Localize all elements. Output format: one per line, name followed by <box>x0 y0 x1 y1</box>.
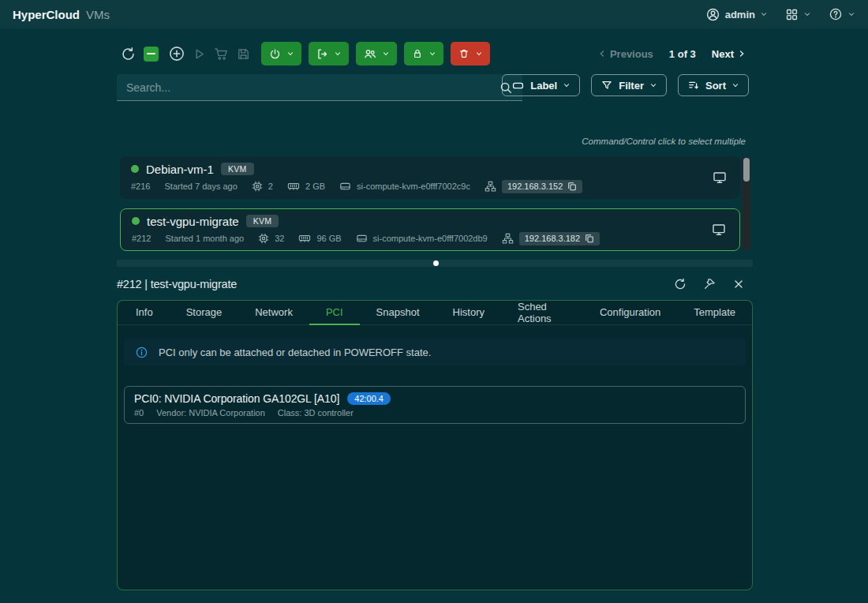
vnc-console-icon[interactable] <box>712 170 728 185</box>
tab-configuration[interactable]: Configuration <box>583 301 677 325</box>
multiselect-hint: Command/Control click to select multiple <box>582 137 746 146</box>
tab-info[interactable]: Info <box>119 301 170 325</box>
detail-title: #212 | test-vgpu-migrate <box>117 278 237 290</box>
vm-ip-chip[interactable]: 192.168.3.152 <box>502 180 582 193</box>
search-input[interactable] <box>126 81 499 94</box>
vm-actions-toolbar <box>117 42 490 66</box>
tab-snapshot[interactable]: Snapshot <box>360 301 436 325</box>
tab-pci[interactable]: PCI <box>309 301 360 325</box>
chevron-down-icon <box>847 10 855 18</box>
chevron-down-icon <box>428 50 436 58</box>
migrate-actions-button[interactable] <box>309 42 349 66</box>
scrollbar-thumb[interactable] <box>743 158 750 182</box>
user-icon <box>705 7 720 22</box>
previous-label: Previous <box>610 48 653 60</box>
pci-device-vendor: Vendor: NVIDIA Corporation <box>156 408 265 418</box>
vm-row[interactable]: test-vgpu-migrate KVM #212 Started 1 mon… <box>120 208 740 251</box>
pin-icon[interactable] <box>702 276 717 292</box>
memory-icon <box>287 181 300 192</box>
vm-status-dot-running <box>131 165 139 173</box>
vm-started: Started 7 days ago <box>164 182 237 191</box>
chevron-down-icon <box>563 81 571 89</box>
pci-address-badge: 42:00.4 <box>347 392 391 405</box>
detail-tabs: Info Storage Network PCI Snapshot Histor… <box>118 301 752 325</box>
delete-actions-button[interactable] <box>451 42 490 66</box>
host-drive-icon <box>356 233 368 244</box>
tab-history[interactable]: History <box>436 301 501 325</box>
brand-logo: HyperCloud <box>13 8 80 21</box>
tab-storage[interactable]: Storage <box>170 301 239 325</box>
vm-ip-chip[interactable]: 192.168.3.182 <box>519 232 600 245</box>
cpu-icon <box>252 181 263 192</box>
sort-dropdown-button[interactable]: Sort <box>678 74 749 96</box>
label-tag-icon <box>511 79 525 92</box>
tab-template[interactable]: Template <box>677 301 752 325</box>
host-drive-icon <box>339 181 351 192</box>
carousel-page-dot[interactable] <box>433 260 439 266</box>
vm-status-dot-running <box>132 217 140 225</box>
label-button-text: Label <box>530 80 557 92</box>
help-icon <box>829 7 843 21</box>
lock-actions-button[interactable] <box>404 42 443 66</box>
network-icon <box>485 181 496 193</box>
section-title: VMs <box>86 8 110 21</box>
pci-device-title: PCI0: NVIDIA Corporation GA102GL [A10] <box>134 392 339 405</box>
search-bar <box>117 74 522 101</box>
chevron-down-icon <box>475 50 483 58</box>
refresh-button[interactable] <box>117 43 139 65</box>
sort-button-text: Sort <box>705 80 726 92</box>
user-name: admin <box>725 9 755 21</box>
resume-button[interactable] <box>188 43 210 65</box>
previous-page-button[interactable]: Previous <box>598 48 653 60</box>
help-menu[interactable] <box>829 7 855 21</box>
tab-sched-actions[interactable]: Sched Actions <box>501 301 583 325</box>
vm-list-scrollbar[interactable] <box>742 156 750 251</box>
vm-ip: 192.168.3.152 <box>507 182 563 191</box>
vnc-console-icon[interactable] <box>711 222 727 238</box>
select-all-checkbox-indeterminate[interactable] <box>144 47 159 62</box>
vm-memory: 96 GB <box>316 234 341 243</box>
power-actions-button[interactable] <box>261 42 301 66</box>
vm-host: si-compute-kvm-e0fff7002c9c <box>357 182 470 191</box>
apps-menu[interactable] <box>785 8 811 21</box>
filter-controls: Label Filter Sort <box>502 74 749 96</box>
pci-info-alert: PCI only can be attached or detached in … <box>124 339 746 365</box>
chevron-down-icon <box>760 10 768 18</box>
copy-icon <box>585 234 594 243</box>
pci-device-card[interactable]: PCI0: NVIDIA Corporation GA102GL [A10] 4… <box>124 386 746 424</box>
apps-grid-icon <box>785 8 799 21</box>
ownership-actions-button[interactable] <box>356 42 397 66</box>
vm-ip: 192.168.3.182 <box>525 234 580 243</box>
chevron-down-icon <box>731 81 739 89</box>
top-bar: HyperCloud VMs admin <box>0 0 868 28</box>
label-dropdown-button[interactable]: Label <box>502 74 580 96</box>
next-label: Next <box>712 48 734 60</box>
next-page-button[interactable]: Next <box>712 48 746 60</box>
vm-detail-panel: Info Storage Network PCI Snapshot Histor… <box>117 300 753 590</box>
close-icon[interactable] <box>731 276 746 292</box>
lock-icon <box>411 47 424 60</box>
pci-alert-text: PCI only can be attached or detached in … <box>159 346 431 358</box>
tab-network[interactable]: Network <box>238 301 309 325</box>
migrate-icon <box>316 47 329 61</box>
vm-row[interactable]: Debian-vm-1 KVM #216 Started 7 days ago … <box>120 156 740 199</box>
filter-funnel-icon <box>600 79 613 92</box>
cpu-icon <box>258 233 269 244</box>
pci-device-index: #0 <box>134 408 144 418</box>
filter-button-text: Filter <box>619 80 644 92</box>
user-menu[interactable]: admin <box>705 7 768 22</box>
chevron-down-icon <box>649 81 657 89</box>
users-icon <box>363 47 377 61</box>
save-as-template-button[interactable] <box>232 43 254 65</box>
power-icon <box>268 47 282 61</box>
create-vm-button[interactable] <box>166 43 188 65</box>
hypervisor-badge: KVM <box>246 215 279 227</box>
detail-refresh-icon[interactable] <box>672 276 688 292</box>
chevron-down-icon <box>382 50 390 58</box>
instantiate-cart-button[interactable] <box>210 43 232 65</box>
filter-dropdown-button[interactable]: Filter <box>591 74 667 96</box>
vm-id: #212 <box>132 234 151 243</box>
chevron-right-icon <box>738 50 746 58</box>
vm-name: test-vgpu-migrate <box>147 215 239 228</box>
chevron-left-icon <box>598 50 606 58</box>
